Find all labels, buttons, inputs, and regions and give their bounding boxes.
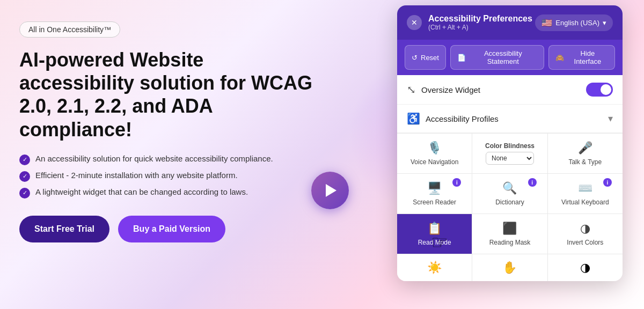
voice-navigation-label: Voice Navigation xyxy=(411,158,458,166)
invert-colors-cell[interactable]: ◑ Invert Colors xyxy=(548,214,623,254)
statement-label: Accessibility Statement xyxy=(469,49,537,65)
chevron-down-icon: ▾ xyxy=(603,19,606,27)
play-button[interactable] xyxy=(311,172,349,209)
left-panel: All in One Accessibility™ AI-powered Web… xyxy=(19,21,320,242)
flag-icon: 🇺🇸 xyxy=(541,18,552,28)
feature-text-1: An accessibility solution for quick webs… xyxy=(35,154,273,163)
check-icon-2: ✓ xyxy=(19,171,30,182)
feature-item-3: ✓ A lightweight widget that can be chang… xyxy=(19,187,320,198)
dictionary-icon: 🔍 xyxy=(502,181,517,195)
oversize-label-group: ⤡ Oversize Widget xyxy=(407,83,480,96)
dictionary-label: Dictionary xyxy=(495,198,524,206)
color-blindness-label: Color Blindness xyxy=(485,142,535,150)
hide-icon: 🙈 xyxy=(555,54,564,62)
button-row: Start Free Trial Buy a Paid Version xyxy=(19,216,320,242)
oversize-widget-row: ⤡ Oversize Widget xyxy=(397,75,623,105)
resize-icon: ⤡ xyxy=(407,83,416,96)
buy-paid-button[interactable]: Buy a Paid Version xyxy=(118,216,225,242)
feature-text-3: A lightweight widget that can be changed… xyxy=(35,187,248,196)
talk-type-icon: 🎤 xyxy=(578,141,592,155)
hand-cell[interactable]: ✋ xyxy=(472,254,547,281)
contrast-icon: ◑ xyxy=(580,261,590,275)
oversize-label: Oversize Widget xyxy=(421,85,480,94)
dictionary-info-dot: i xyxy=(528,178,537,187)
read-mode-cell[interactable]: 📋 Read Mode ☞ xyxy=(397,214,472,254)
brightness-icon: ☀️ xyxy=(427,261,442,275)
widget-bottom-row: ☀️ ✋ ◑ xyxy=(397,254,623,281)
hand-icon: ✋ xyxy=(502,261,517,275)
widget-grid-row1: 🎙️ Voice Navigation Color Blindness None… xyxy=(397,133,623,173)
talk-and-type-cell[interactable]: 🎤 Talk & Type xyxy=(548,134,623,173)
widget-toolbar: ↺ Reset 📄 Accessibility Statement 🙈 Hide… xyxy=(397,40,623,75)
check-icon-3: ✓ xyxy=(19,188,30,198)
feature-item-2: ✓ Efficient - 2-minute installation with… xyxy=(19,171,320,182)
accessibility-widget: ✕ Accessibility Preferences (Ctrl + Alt … xyxy=(397,5,623,281)
invert-colors-label: Invert Colors xyxy=(567,239,603,246)
brightness-cell[interactable]: ☀️ xyxy=(397,254,472,281)
screen-reader-label: Screen Reader xyxy=(413,198,456,206)
widget-shortcut: (Ctrl + Alt + A) xyxy=(428,24,532,31)
badge-label: All in One Accessibility™ xyxy=(19,21,120,38)
reset-icon: ↺ xyxy=(412,54,418,62)
virtual-keyboard-info-dot: i xyxy=(603,178,612,187)
feature-text-2: Efficient - 2-minute installation with a… xyxy=(35,171,238,180)
virtual-keyboard-cell[interactable]: i ⌨️ Virtual Keyboard xyxy=(548,174,623,214)
widget-grid-row2: i 🖥️ Screen Reader i 🔍 Dictionary i ⌨️ V… xyxy=(397,173,623,214)
reading-mask-cell[interactable]: ⬛ Reading Mask xyxy=(472,214,547,254)
language-label: English (USA) xyxy=(555,19,599,27)
oversize-toggle[interactable] xyxy=(586,83,613,97)
reset-button[interactable]: ↺ Reset xyxy=(405,45,446,70)
features-list: ✓ An accessibility solution for quick we… xyxy=(19,154,320,198)
widget-title-block: Accessibility Preferences (Ctrl + Alt + … xyxy=(428,14,532,31)
widget-grid-row3: 📋 Read Mode ☞ ⬛ Reading Mask ◑ Invert Co… xyxy=(397,214,623,254)
accessibility-statement-button[interactable]: 📄 Accessibility Statement xyxy=(450,45,544,70)
profile-icon: ♿ xyxy=(407,112,420,125)
reading-mask-icon: ⬛ xyxy=(502,222,517,236)
language-button[interactable]: 🇺🇸 English (USA) ▾ xyxy=(535,14,613,31)
start-trial-button[interactable]: Start Free Trial xyxy=(19,216,109,242)
widget-title: Accessibility Preferences xyxy=(428,14,532,24)
dictionary-cell[interactable]: i 🔍 Dictionary xyxy=(472,174,547,214)
voice-navigation-icon: 🎙️ xyxy=(427,141,442,155)
badge-text: All in One Accessibility™ xyxy=(28,25,111,34)
invert-colors-icon: ◑ xyxy=(580,222,590,236)
virtual-keyboard-icon: ⌨️ xyxy=(578,181,592,195)
headline: AI-powered Website accessibility solutio… xyxy=(19,48,320,141)
close-icon: ✕ xyxy=(411,18,418,27)
talk-type-label: Talk & Type xyxy=(568,158,602,166)
hide-interface-button[interactable]: 🙈 Hide Interface xyxy=(548,45,615,70)
color-blindness-cell[interactable]: Color Blindness None Protanopia Deuteran… xyxy=(472,134,547,173)
reading-mask-label: Reading Mask xyxy=(489,239,531,246)
statement-icon: 📄 xyxy=(457,54,466,62)
screen-reader-icon: 🖥️ xyxy=(427,181,442,195)
play-triangle-icon xyxy=(326,184,336,197)
profiles-chevron-icon: ▾ xyxy=(608,113,613,124)
reset-label: Reset xyxy=(421,54,439,62)
profiles-row[interactable]: ♿ Accessibility Profiles ▾ xyxy=(397,105,623,133)
profiles-label: Accessibility Profiles xyxy=(426,114,499,123)
widget-header: ✕ Accessibility Preferences (Ctrl + Alt … xyxy=(397,5,623,40)
profiles-label-group: ♿ Accessibility Profiles xyxy=(407,112,499,125)
virtual-keyboard-label: Virtual Keyboard xyxy=(561,198,609,206)
check-icon-1: ✓ xyxy=(19,154,30,165)
screen-reader-cell[interactable]: i 🖥️ Screen Reader xyxy=(397,174,472,214)
voice-navigation-cell[interactable]: 🎙️ Voice Navigation xyxy=(397,134,472,173)
contrast-cell[interactable]: ◑ xyxy=(548,254,623,281)
widget-title-group: ✕ Accessibility Preferences (Ctrl + Alt … xyxy=(407,14,532,31)
feature-item-1: ✓ An accessibility solution for quick we… xyxy=(19,154,320,165)
finger-cursor-icon: ☞ xyxy=(431,231,448,254)
hide-label: Hide Interface xyxy=(567,49,608,65)
color-blindness-select[interactable]: None Protanopia Deuteranopia Tritanopia xyxy=(486,152,534,165)
widget-close-button[interactable]: ✕ xyxy=(407,15,422,30)
screen-reader-info-dot: i xyxy=(452,178,461,187)
